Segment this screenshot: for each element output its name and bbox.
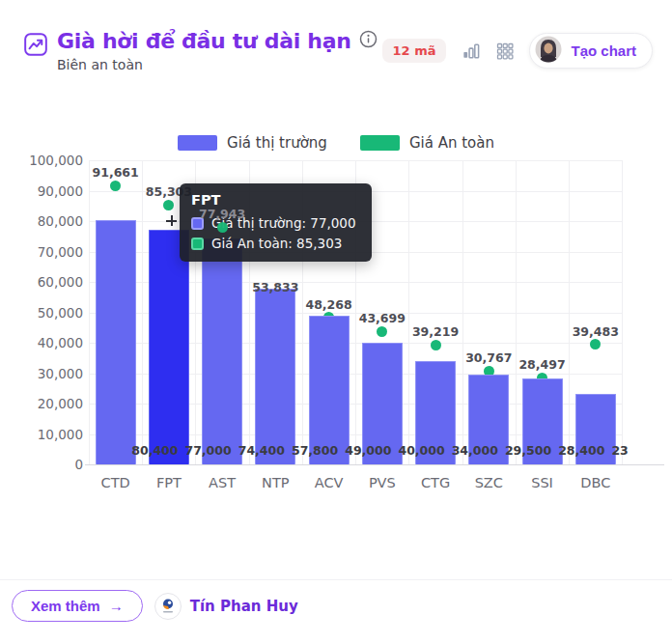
author-name: Tín Phan Huy: [190, 598, 298, 615]
chart-card: Già hời để đầu tư dài hạn Biên an toàn 1…: [0, 0, 672, 643]
legend-swatch-market-icon: [178, 135, 217, 151]
legend-item-safe[interactable]: Giá An toàn: [360, 134, 494, 152]
page-title: Già hời để đầu tư dài hạn: [57, 29, 351, 53]
bar-CTD[interactable]: [96, 220, 136, 464]
bar-value-label-CTG: 34,000: [452, 443, 498, 458]
safe-value-label-NTP: 53,833: [252, 280, 298, 294]
tooltip-safe-swatch-icon: [191, 238, 204, 250]
safe-value-label-ACV: 48,268: [305, 297, 351, 312]
see-more-label: Xem thêm: [31, 598, 100, 614]
gridline-vertical: [516, 160, 517, 464]
bar-AST[interactable]: [202, 238, 242, 464]
x-axis-label-CTD: CTD: [101, 475, 130, 490]
y-axis-tick-label: 100,000: [0, 153, 83, 168]
footer-divider: [0, 579, 672, 580]
y-axis-tick-label: 70,000: [0, 244, 83, 260]
column-chart-icon[interactable]: [461, 41, 481, 61]
legend-item-market[interactable]: Giá thị trường: [178, 134, 327, 152]
chart-tooltip: FPT Giá thị trường: 77,000 Giá An toàn: …: [180, 183, 372, 262]
safe-dot-CTD[interactable]: [110, 181, 121, 191]
y-axis-tick-label: 10,000: [0, 427, 83, 442]
y-axis-tick-label: 20,000: [0, 396, 83, 411]
y-axis-tick-label: 0: [0, 457, 83, 472]
ticker-count-badge: 12 mã: [382, 39, 447, 63]
legend-label-safe: Giá An toàn: [409, 134, 494, 152]
bar-value-label-SZC: 29,500: [505, 443, 551, 458]
user-avatar: [535, 36, 562, 66]
gridline-vertical: [569, 160, 570, 464]
y-axis-tick-label: 50,000: [0, 305, 83, 321]
bar-value-label-FPT: 77,000: [184, 443, 231, 458]
safe-dot-CTG[interactable]: [431, 340, 441, 350]
y-axis-tick-label: 90,000: [0, 183, 83, 199]
x-axis-label-NTP: NTP: [262, 475, 289, 490]
title-block: Già hời để đầu tư dài hạn Biên an toàn: [57, 29, 378, 72]
arrow-right-icon: →: [109, 598, 124, 614]
crosshair-cursor-icon: [166, 215, 177, 226]
safe-dot-PVS[interactable]: [377, 326, 387, 337]
gridline-vertical: [89, 160, 90, 464]
y-axis-tick-label: 80,000: [0, 213, 83, 229]
y-axis-tick-label: 60,000: [0, 274, 83, 290]
info-icon[interactable]: [359, 30, 378, 52]
legend-label-market: Giá thị trường: [227, 134, 327, 152]
bar-FPT[interactable]: [149, 230, 189, 464]
safe-value-label-PVS: 43,699: [359, 311, 406, 325]
gridline-vertical: [408, 160, 409, 464]
author-logo-icon: [154, 593, 182, 620]
x-axis-label-DBC: DBC: [580, 475, 610, 490]
gridline-vertical: [142, 160, 143, 464]
create-chart-button[interactable]: Tạo chart: [529, 33, 653, 69]
y-axis-tick-label: 40,000: [0, 335, 83, 350]
safe-value-label-SZC: 30,767: [465, 350, 512, 365]
bar-value-label-AST: 74,400: [238, 443, 285, 458]
footer: Xem thêm → Tín Phan Huy: [12, 590, 298, 622]
safe-value-label-CTD: 91,661: [92, 165, 138, 180]
x-axis-label-AST: AST: [209, 475, 236, 490]
tooltip-row-safe: Giá An toàn: 85,303: [191, 236, 356, 251]
safe-dot-DBC[interactable]: [590, 339, 601, 349]
tooltip-safe-text: Giá An toàn: 85,303: [211, 236, 342, 251]
header-toolbar: 12 mã: [382, 33, 653, 69]
chart-legend: Giá thị trường Giá An toàn: [0, 134, 672, 152]
bar-value-label-ACV: 49,000: [345, 443, 391, 458]
see-more-button[interactable]: Xem thêm →: [12, 590, 143, 622]
legend-swatch-safe-icon: [360, 135, 400, 151]
safe-dot-FPT[interactable]: [163, 200, 174, 210]
header: Già hời để đầu tư dài hạn Biên an toàn 1…: [23, 29, 653, 72]
bar-ACV[interactable]: [309, 316, 350, 464]
safe-value-label-SSI: 28,497: [518, 357, 565, 372]
x-axis-label-ACV: ACV: [315, 475, 344, 490]
bar-value-label-SSI: 28,400: [558, 443, 604, 458]
y-axis-tick-label: 30,000: [0, 366, 83, 381]
bar-value-label-NTP: 57,800: [292, 443, 338, 458]
x-axis-label-FPT: FPT: [156, 475, 182, 490]
safe-value-label-CTG: 39,219: [412, 324, 459, 339]
bar-value-label-DBC: 23: [611, 443, 628, 458]
gridline-vertical: [622, 160, 623, 464]
trending-chart-icon: [23, 32, 48, 72]
author-link[interactable]: Tín Phan Huy: [154, 593, 298, 620]
bar-value-label-PVS: 40,000: [398, 443, 444, 458]
safe-value-label-DBC: 39,483: [573, 324, 619, 339]
x-axis-label-PVS: PVS: [369, 475, 396, 490]
x-axis-label-SSI: SSI: [531, 475, 553, 490]
tooltip-title: FPT: [191, 192, 356, 208]
grid-view-icon[interactable]: [495, 42, 515, 61]
safe-dot-AST[interactable]: [217, 222, 228, 233]
gridline-vertical: [462, 160, 463, 464]
safe-value-label-AST: 77,943: [199, 207, 245, 221]
page-subtitle: Biên an toàn: [57, 57, 378, 72]
header-left: Già hời để đầu tư dài hạn Biên an toàn: [23, 29, 378, 72]
x-axis-label-SZC: SZC: [475, 475, 503, 490]
bar-value-label-CTD: 80,400: [131, 443, 178, 458]
bar-NTP[interactable]: [255, 289, 295, 464]
x-axis-line: [85, 464, 664, 465]
x-axis-label-CTG: CTG: [421, 475, 450, 490]
create-chart-label: Tạo chart: [571, 42, 636, 59]
